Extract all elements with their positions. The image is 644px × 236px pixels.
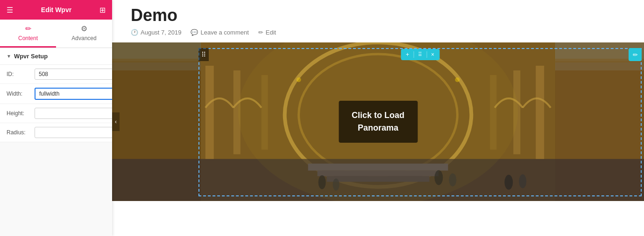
height-input[interactable] [35,108,112,119]
field-height: Height: [0,104,112,123]
width-label: Width: [7,90,35,97]
svg-point-27 [455,77,460,82]
height-label: Height: [7,110,35,117]
svg-point-23 [504,175,513,190]
wpvr-setup-section[interactable]: ▼ Wpvr Setup [0,48,112,65]
sidebar-body: ▼ Wpvr Setup ID: Width: Height: Radius: [0,48,112,236]
sidebar-title: Edit Wpvr [41,6,71,14]
post-title: Demo [131,6,625,25]
width-input[interactable] [35,88,112,100]
field-width: Width: [0,84,112,104]
advanced-tab-label: Advanced [71,35,96,42]
section-title: Wpvr Setup [14,53,48,60]
section-arrow: ▼ [7,54,11,59]
svg-point-24 [519,174,526,188]
meta-date: 🕐 August 7, 2019 [131,29,181,36]
post-date: August 7, 2019 [141,29,181,36]
module-handle[interactable]: ⠿ [198,48,209,61]
main-content: Demo 🕐 August 7, 2019 💬 Leave a comment … [112,0,644,236]
hamburger-icon[interactable]: ☰ [7,6,13,14]
id-input[interactable] [35,69,112,80]
calendar-icon: 🕐 [131,29,138,36]
tab-advanced[interactable]: ⚙ Advanced [56,20,112,48]
radius-input[interactable] [35,127,112,138]
comment-icon: 💬 [191,29,198,36]
meta-comment[interactable]: 💬 Leave a comment [191,29,248,36]
tab-content[interactable]: ✏ Content [0,20,56,48]
grid-icon[interactable]: ⊞ [99,6,106,14]
edit-meta-icon: ✏ [258,29,263,36]
edit-corner-button[interactable]: ✏ [629,48,642,61]
panorama-wrapper: ‹ ⠿ + ⠿ × ✏ Click to Load Panorama [112,42,644,201]
load-panorama-overlay[interactable]: Click to Load Panorama [339,101,418,143]
id-label: ID: [7,71,35,77]
radius-label: Radius: [7,129,35,136]
content-tab-label: Content [18,35,38,42]
edit-label: Edit [266,29,276,36]
content-tab-icon: ✏ [25,24,31,33]
post-meta: 🕐 August 7, 2019 💬 Leave a comment ✏ Edi… [131,29,625,36]
post-header: Demo 🕐 August 7, 2019 💬 Leave a comment … [112,0,644,39]
sidebar-tabs: ✏ Content ⚙ Advanced [0,20,112,48]
field-radius: Radius: [0,123,112,142]
field-id: ID: [0,65,112,84]
meta-edit[interactable]: ✏ Edit [258,29,276,36]
sidebar: ☰ Edit Wpvr ⊞ ✏ Content ⚙ Advanced ▼ Wpv… [0,0,112,236]
comment-label: Leave a comment [200,29,248,36]
sidebar-header: ☰ Edit Wpvr ⊞ [0,0,112,20]
svg-point-26 [297,77,301,82]
svg-rect-16 [536,66,544,159]
advanced-tab-icon: ⚙ [81,24,87,33]
svg-rect-13 [205,66,214,159]
collapse-handle[interactable]: ‹ [112,112,120,131]
